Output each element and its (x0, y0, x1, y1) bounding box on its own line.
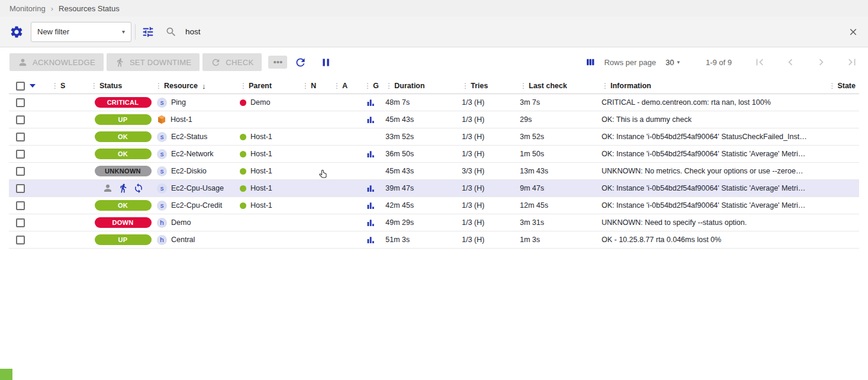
settings-gear-icon[interactable] (9, 25, 24, 39)
first-page-icon[interactable] (753, 56, 766, 69)
column-header-last-check[interactable]: Last check (529, 82, 567, 90)
graph-icon[interactable] (364, 201, 375, 210)
graph-icon[interactable] (364, 115, 375, 124)
resource-name[interactable]: Ec2-Cpu-Credit (171, 201, 222, 210)
resource-name[interactable]: Ec2-Network (171, 150, 214, 158)
column-header-graph[interactable]: G (373, 82, 379, 90)
row-checkbox[interactable] (16, 133, 25, 141)
column-header-action[interactable]: A (342, 82, 348, 90)
parent-name[interactable]: Host-1 (250, 201, 272, 210)
select-all-dropdown-icon[interactable] (30, 84, 36, 88)
row-checkbox[interactable] (16, 115, 25, 124)
graph-icon[interactable] (364, 150, 375, 158)
parent-name[interactable]: Host-1 (250, 167, 272, 175)
column-drag-handle-icon[interactable]: ⋮ (302, 82, 309, 90)
select-all-checkbox[interactable] (16, 82, 25, 91)
column-drag-handle-icon[interactable]: ⋮ (91, 82, 98, 90)
column-drag-handle-icon[interactable]: ⋮ (462, 82, 469, 90)
refresh-icon[interactable] (294, 56, 307, 69)
next-page-icon[interactable] (815, 56, 828, 69)
last-page-icon[interactable] (846, 56, 859, 69)
column-drag-handle-icon[interactable]: ⋮ (828, 82, 835, 90)
status-badge[interactable]: OK (95, 149, 152, 159)
column-drag-handle-icon[interactable]: ⋮ (364, 82, 371, 90)
resource-name[interactable]: Ec2-Cpu-Usage (171, 184, 224, 192)
bottom-left-widget[interactable] (0, 369, 12, 380)
resource-name[interactable]: Central (171, 236, 195, 244)
row-checkbox[interactable] (16, 236, 25, 244)
pause-icon[interactable] (320, 56, 332, 69)
column-header-parent[interactable]: Parent (249, 82, 272, 90)
resource-name[interactable]: Host-1 (171, 115, 192, 124)
check-button[interactable]: CHECK (202, 53, 262, 71)
status-badge[interactable]: OK (95, 200, 152, 211)
information-text: OK: Instance 'i-0b54bd2f54af90064' Stati… (597, 184, 813, 192)
row-checkbox[interactable] (16, 167, 25, 176)
parent-name[interactable]: Host-1 (250, 184, 272, 192)
table-row[interactable]: s Ec2-Cpu-Usage Host-1 39m 47s 1/3 (H) 9… (9, 180, 859, 197)
forced-check-icon[interactable] (133, 183, 144, 194)
table-row[interactable]: UP h Central 51m 3s 1/3 (H) 1m 3s OK - 1… (9, 231, 859, 249)
acknowledge-button[interactable]: ACKNOWLEDGE (9, 53, 104, 71)
more-actions-icon[interactable]: ••• (268, 56, 287, 69)
column-header-duration[interactable]: Duration (394, 82, 425, 90)
table-row[interactable]: CRITICAL s Ping Demo 48m 7s 1/3 (H) 3m 7… (9, 94, 859, 111)
table-row[interactable]: UNKNOWN s Ec2-Diskio Host-1 45m 43s 3/3 … (9, 163, 859, 180)
column-header-state[interactable]: State (837, 82, 856, 90)
graph-icon[interactable] (364, 218, 375, 227)
column-header-notes[interactable]: N (311, 82, 316, 90)
column-drag-handle-icon[interactable]: ⋮ (240, 82, 247, 90)
column-header-tries[interactable]: Tries (471, 82, 488, 90)
table-row[interactable]: UP Host-1 45m 43s 1/3 (H) 29s OK: This i… (9, 111, 859, 128)
status-badge[interactable]: UP (95, 234, 152, 245)
sort-desc-icon[interactable]: ↓ (202, 82, 206, 91)
parent-name[interactable]: Host-1 (250, 133, 272, 141)
table-row[interactable]: OK s Ec2-Network Host-1 36m 50s 1/3 (H) … (9, 146, 859, 163)
previous-page-icon[interactable] (784, 56, 797, 69)
status-badge[interactable]: UP (95, 114, 152, 125)
search-input[interactable] (184, 27, 848, 37)
graph-icon[interactable] (364, 184, 375, 192)
breadcrumb-resources-status[interactable]: Resources Status (59, 4, 120, 13)
breadcrumb-monitoring[interactable]: Monitoring (9, 4, 46, 13)
row-checkbox[interactable] (16, 98, 25, 107)
column-drag-handle-icon[interactable]: ⋮ (520, 82, 527, 90)
table-row[interactable]: DOWN h Demo 49m 29s 1/3 (H) 3m 31s UNKNO… (9, 214, 859, 231)
status-badge[interactable]: OK (95, 131, 152, 142)
column-drag-handle-icon[interactable]: ⋮ (385, 82, 393, 90)
row-checkbox[interactable] (16, 201, 25, 210)
status-badge[interactable]: UNKNOWN (95, 166, 152, 176)
status-badge[interactable]: DOWN (95, 217, 152, 228)
resource-name[interactable]: Ping (171, 98, 186, 107)
clear-search-icon[interactable] (848, 27, 859, 37)
column-drag-handle-icon[interactable]: ⋮ (155, 82, 162, 90)
graph-icon[interactable] (364, 98, 375, 107)
parent-cell: Host-1 (240, 167, 302, 175)
table-row[interactable]: OK s Ec2-Cpu-Credit Host-1 42m 45s 1/3 (… (9, 197, 859, 214)
resource-name[interactable]: Ec2-Diskio (171, 167, 207, 175)
column-drag-handle-icon[interactable]: ⋮ (52, 82, 59, 90)
column-header-severity[interactable]: S (60, 82, 65, 90)
column-header-status[interactable]: Status (99, 82, 122, 90)
acknowledged-icon[interactable] (102, 183, 113, 194)
table-row[interactable]: OK s Ec2-Status Host-1 33m 52s 1/3 (H) 3… (9, 128, 859, 146)
column-drag-handle-icon[interactable]: ⋮ (333, 82, 340, 90)
row-checkbox[interactable] (16, 150, 25, 159)
parent-name[interactable]: Host-1 (250, 150, 272, 158)
parent-name[interactable]: Demo (250, 98, 270, 107)
set-downtime-button[interactable]: SET DOWNTIME (107, 53, 200, 71)
in-downtime-icon[interactable] (118, 183, 128, 194)
rows-per-page-select[interactable]: 30 ▾ (662, 57, 683, 67)
column-header-information[interactable]: Information (610, 82, 651, 90)
graph-icon[interactable] (364, 236, 375, 244)
resource-name[interactable]: Demo (171, 218, 191, 227)
row-checkbox[interactable] (16, 218, 25, 227)
resource-name[interactable]: Ec2-Status (171, 133, 207, 141)
advanced-filters-icon[interactable] (142, 25, 155, 38)
column-header-resource[interactable]: Resource (164, 82, 198, 90)
row-checkbox[interactable] (16, 184, 25, 193)
edit-columns-icon[interactable] (585, 57, 596, 67)
filter-preset-select[interactable]: New filter ▾ (31, 22, 131, 42)
status-badge[interactable]: CRITICAL (95, 97, 152, 108)
column-drag-handle-icon[interactable]: ⋮ (602, 82, 609, 90)
